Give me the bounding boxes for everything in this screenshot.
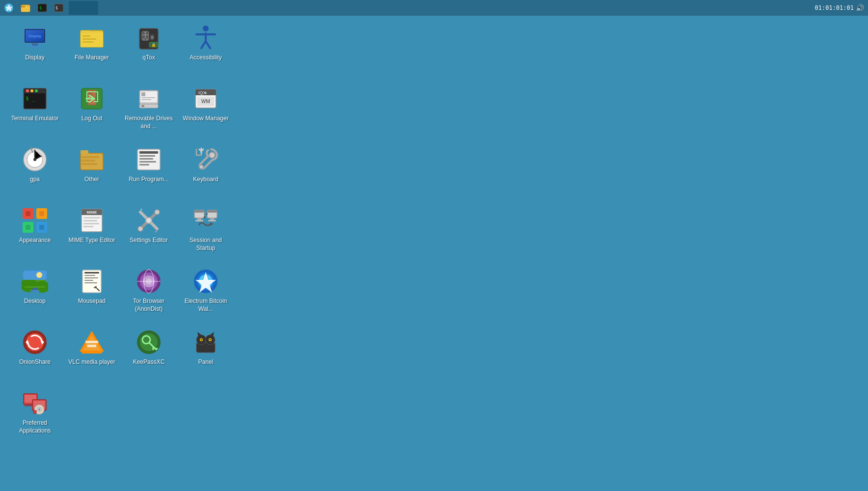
run-program-icon — [136, 146, 162, 173]
svg-rect-145 — [81, 351, 102, 354]
terminal-emulator-label: Terminal Emulator — [11, 115, 59, 123]
svg-point-41 — [30, 89, 33, 92]
svg-rect-17 — [82, 35, 90, 37]
icon-terminal-emulator[interactable]: $ _ Terminal Emulator — [8, 82, 62, 141]
session-startup-label: Session and Startup — [181, 237, 230, 252]
svg-rect-143 — [85, 341, 98, 343]
svg-point-29 — [151, 36, 154, 39]
tor-browser-label: Tor Browser (AnonDist) — [124, 298, 173, 313]
svg-rect-115 — [24, 271, 46, 280]
svg-text:WM: WM — [201, 99, 210, 104]
svg-rect-51 — [141, 99, 151, 100]
icon-qtox[interactable]: 🔒 qTox — [122, 22, 176, 81]
icon-run-program[interactable]: Run Program... — [122, 143, 176, 202]
svg-point-98 — [138, 226, 143, 231]
icon-desktop[interactable]: Desktop — [8, 265, 62, 324]
icon-keyboard[interactable]: Keyboard — [179, 143, 233, 202]
svg-rect-70 — [81, 163, 97, 165]
settings-editor-label: Settings Editor — [130, 237, 168, 245]
svg-text:$_: $_ — [39, 5, 45, 10]
svg-rect-118 — [32, 288, 37, 290]
mousepad-label: Mousepad — [78, 298, 106, 305]
vlc-icon — [79, 329, 105, 355]
panel-icon — [192, 329, 219, 355]
svg-line-36 — [206, 41, 210, 48]
svg-marker-65 — [30, 146, 32, 148]
svg-rect-67 — [81, 150, 88, 154]
keepassxc-label: KeePassXC — [133, 358, 165, 366]
svg-line-35 — [201, 41, 206, 48]
volume-icon[interactable]: 🔊 — [856, 4, 864, 12]
icon-file-manager[interactable]: File Manager — [65, 22, 119, 81]
svg-rect-122 — [84, 275, 95, 276]
icon-settings-editor[interactable]: Settings Editor — [122, 204, 176, 263]
svg-rect-108 — [210, 218, 214, 220]
icon-gpa[interactable]: gpa — [8, 143, 62, 202]
svg-rect-3 — [21, 6, 25, 7]
icon-session-startup[interactable]: Session and Startup — [179, 204, 233, 263]
svg-rect-18 — [82, 38, 96, 40]
taskbar-left: $_ $ — [0, 0, 67, 16]
run-program-label: Run Program... — [129, 176, 168, 184]
svg-text:🔒: 🔒 — [151, 42, 156, 47]
gpa-icon — [22, 146, 48, 173]
svg-rect-93 — [83, 223, 99, 224]
icon-preferred-applications[interactable]: Preferred Applications — [8, 387, 62, 446]
icon-vlc[interactable]: VLC media player — [65, 326, 119, 385]
icon-accessibility[interactable]: Accessibility — [179, 22, 233, 81]
keepassxc-icon — [136, 329, 162, 355]
svg-point-32 — [203, 26, 209, 31]
active-window-indicator[interactable] — [69, 1, 98, 15]
svg-point-42 — [35, 89, 38, 92]
icon-other[interactable]: Other — [65, 143, 119, 202]
icon-removable-drives[interactable]: Removable Drives and ... — [122, 82, 176, 141]
icon-log-out[interactable]: 🚪 Log Out — [65, 82, 119, 141]
qtox-label: qTox — [142, 54, 155, 62]
svg-rect-16 — [81, 30, 90, 33]
desktop-area: Display Display File Manager — [4, 18, 238, 450]
icon-appearance[interactable]: Appearance — [8, 204, 62, 263]
svg-rect-73 — [139, 155, 155, 157]
svg-rect-19 — [82, 41, 93, 43]
display-label: Display — [25, 54, 44, 62]
svg-rect-119 — [30, 290, 39, 292]
svg-rect-11 — [32, 43, 38, 46]
icon-keepassxc[interactable]: KeePassXC — [122, 326, 176, 385]
panel-label: Panel — [198, 358, 214, 366]
svg-text:$: $ — [55, 6, 58, 10]
svg-text:IQX: IQX — [198, 90, 206, 95]
icon-display[interactable]: Display Display — [8, 22, 62, 81]
svg-point-40 — [26, 89, 29, 92]
svg-rect-168 — [25, 405, 32, 407]
svg-rect-105 — [207, 210, 217, 213]
log-out-label: Log Out — [81, 115, 103, 123]
appearance-label: Appearance — [19, 237, 51, 245]
taskbar-file-manager[interactable] — [18, 0, 33, 16]
taskbar-terminal2[interactable]: $ — [51, 0, 67, 16]
svg-point-167 — [38, 409, 40, 410]
icon-mousepad[interactable]: Mousepad — [65, 265, 119, 324]
icon-mime-type-editor[interactable]: MIME MIME Type Editor — [65, 204, 119, 263]
preferred-applications-label: Preferred Applications — [10, 419, 59, 435]
svg-rect-106 — [197, 218, 201, 220]
other-label: Other — [84, 176, 99, 184]
svg-rect-94 — [83, 226, 93, 227]
appearance-icon — [22, 207, 48, 234]
tor-browser-icon — [136, 268, 162, 295]
app-menu-button[interactable] — [1, 0, 17, 16]
keyboard-label: Keyboard — [193, 176, 218, 184]
icon-window-manager[interactable]: ✕ IQX WM Window Manager — [179, 82, 233, 141]
svg-rect-83 — [26, 211, 30, 216]
desktop-label: Desktop — [24, 298, 46, 305]
icon-onionshare[interactable]: OnionShare — [8, 326, 62, 385]
icon-tor-browser[interactable]: Tor Browser (AnonDist) — [122, 265, 176, 324]
icon-panel[interactable]: Panel — [179, 326, 233, 385]
vlc-label: VLC media player — [68, 358, 115, 366]
taskbar-terminal[interactable]: $_ — [34, 0, 50, 16]
electrum-label: Electrum Bitcoin Wal... — [181, 298, 230, 313]
accessibility-label: Accessibility — [190, 54, 221, 62]
desktop-icon-img — [22, 268, 48, 295]
icon-electrum[interactable]: Electrum Bitcoin Wal... — [179, 265, 233, 324]
terminal-emulator-icon: $ _ — [22, 85, 48, 112]
keyboard-icon — [192, 146, 219, 173]
